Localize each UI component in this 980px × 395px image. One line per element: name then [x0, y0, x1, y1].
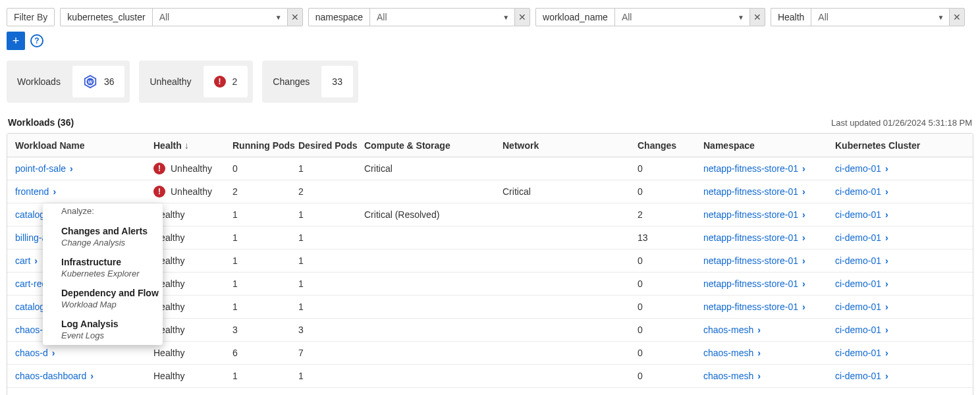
popover-item-title: Dependency and Flow [61, 288, 144, 298]
filter-bar: Filter By kubernetes_clusterAll▼✕namespa… [7, 8, 973, 50]
popover-item-subtitle: Kubernetes Explorer [61, 269, 144, 278]
cluster-link[interactable]: ci-demo-01› [835, 302, 888, 312]
namespace-link[interactable]: netapp-fitness-store-01› [703, 232, 805, 243]
desired-pods: 1 [290, 163, 356, 174]
running-pods: 1 [225, 371, 290, 381]
desired-pods: 2 [290, 186, 356, 197]
page-title: Workloads (36) [8, 117, 74, 128]
desired-pods: 1 [290, 209, 356, 220]
close-icon: ✕ [518, 12, 526, 22]
running-pods: 0 [225, 163, 290, 174]
cluster-link[interactable]: ci-demo-01› [835, 209, 888, 220]
col-namespace[interactable]: Namespace [695, 140, 827, 151]
namespace-link[interactable]: netapp-fitness-store-01› [703, 278, 805, 289]
card-value[interactable]: ! 2 [204, 66, 248, 97]
workload-link[interactable]: chaos-d› [15, 348, 55, 358]
chevron-right-icon: › [757, 371, 761, 381]
cluster-link[interactable]: ci-demo-01› [835, 255, 888, 266]
card-value[interactable]: W 36 [72, 66, 125, 97]
filter-by-label: Filter By [7, 8, 55, 26]
running-pods: 1 [225, 278, 290, 289]
question-icon: ? [34, 36, 39, 45]
running-pods: 3 [225, 325, 290, 335]
col-changes[interactable]: Changes [630, 140, 695, 151]
popover-item-title: Infrastructure [61, 257, 144, 267]
network: Critical [495, 186, 630, 197]
filter-value-text: All [818, 12, 829, 22]
col-health[interactable]: Health↓ [146, 140, 225, 151]
chevron-right-icon: › [757, 325, 761, 334]
popover-item[interactable]: Dependency and FlowWorkload Map [51, 283, 155, 314]
chevron-right-icon: › [90, 371, 94, 381]
table-body: point-of-sale›!Unhealthy01Critical0netap… [7, 157, 973, 395]
chevron-right-icon: › [52, 348, 55, 357]
filter-key: workload_name [535, 8, 614, 26]
popover-item-subtitle: Event Logs [61, 330, 144, 340]
cluster-link[interactable]: ci-demo-01› [835, 278, 888, 289]
filter-clear-button[interactable]: ✕ [514, 8, 530, 26]
filter-clear-button[interactable]: ✕ [287, 8, 303, 26]
popover-item[interactable]: Changes and AlertsChange Analysis [51, 221, 155, 252]
cluster-link[interactable]: ci-demo-01› [835, 371, 888, 381]
popover-item[interactable]: InfrastructureKubernetes Explorer [51, 252, 155, 283]
filter-value-dropdown[interactable]: All▼ [614, 8, 749, 26]
col-network[interactable]: Network [495, 140, 630, 151]
desired-pods: 1 [290, 232, 356, 243]
add-filter-button[interactable]: + [7, 32, 25, 50]
namespace-link[interactable]: netapp-fitness-store-01› [703, 163, 805, 174]
filter-group: kubernetes_clusterAll▼✕ [60, 8, 302, 26]
namespace-link[interactable]: netapp-fitness-store-01› [703, 302, 805, 312]
table-row: chaos-dns-server›Healthy110chaos-mesh›ci… [7, 388, 973, 395]
help-button[interactable]: ? [30, 34, 43, 47]
chevron-right-icon: › [885, 256, 888, 265]
card-unhealthy: Unhealthy ! 2 [139, 61, 253, 103]
health-cell: !Unhealthy [146, 186, 225, 198]
compute-storage: Critical (Resolved) [356, 209, 495, 220]
chevron-right-icon: › [885, 164, 888, 173]
cluster-link[interactable]: ci-demo-01› [835, 325, 888, 335]
chevron-right-icon: › [757, 348, 761, 357]
namespace-link[interactable]: chaos-mesh› [703, 325, 761, 335]
filter-clear-button[interactable]: ✕ [749, 8, 765, 26]
workload-link[interactable]: chaos-dashboard› [15, 371, 94, 381]
col-running-pods[interactable]: Running Pods [225, 140, 290, 151]
filter-clear-button[interactable]: ✕ [949, 8, 965, 26]
card-value[interactable]: 33 [321, 66, 353, 97]
chevron-right-icon: › [885, 187, 888, 196]
popover-item[interactable]: Log AnalysisEvent Logs [51, 314, 155, 345]
namespace-link[interactable]: chaos-mesh› [703, 371, 761, 381]
filter-value-dropdown[interactable]: All▼ [811, 8, 949, 26]
col-kubernetes-cluster[interactable]: Kubernetes Cluster [827, 140, 959, 151]
col-compute-storage[interactable]: Compute & Storage [356, 140, 495, 151]
filter-value-dropdown[interactable]: All▼ [152, 8, 287, 26]
close-icon: ✕ [753, 12, 761, 22]
changes: 0 [630, 325, 695, 335]
filter-group: namespaceAll▼✕ [308, 8, 530, 26]
popover-item-title: Changes and Alerts [61, 226, 144, 236]
chevron-right-icon: › [885, 279, 888, 288]
card-changes: Changes 33 [262, 61, 358, 103]
namespace-link[interactable]: netapp-fitness-store-01› [703, 186, 805, 197]
namespace-link[interactable]: netapp-fitness-store-01› [703, 209, 805, 220]
col-desired-pods[interactable]: Desired Pods [290, 140, 356, 151]
namespace-link[interactable]: netapp-fitness-store-01› [703, 255, 805, 266]
cluster-link[interactable]: ci-demo-01› [835, 348, 888, 358]
filter-value-dropdown[interactable]: All▼ [369, 8, 514, 26]
chevron-right-icon: › [34, 256, 38, 265]
changes: 0 [630, 348, 695, 358]
cluster-link[interactable]: ci-demo-01› [835, 232, 888, 243]
col-workload-name[interactable]: Workload Name [7, 140, 146, 151]
sort-arrow-down-icon: ↓ [184, 140, 189, 151]
workload-link[interactable]: frontend› [15, 186, 56, 197]
running-pods: 1 [225, 232, 290, 243]
workload-link[interactable]: cart› [15, 255, 38, 266]
table-row: frontend›!Unhealthy22Critical0netapp-fit… [7, 180, 973, 203]
namespace-link[interactable]: chaos-mesh› [703, 348, 761, 358]
changes: 0 [630, 163, 695, 174]
workload-link[interactable]: point-of-sale› [15, 163, 73, 174]
cluster-link[interactable]: ci-demo-01› [835, 186, 888, 197]
alert-icon: ! [214, 76, 226, 88]
cluster-link[interactable]: ci-demo-01› [835, 163, 888, 174]
popover-header: Analyze: [51, 203, 155, 221]
table-row: point-of-sale›!Unhealthy01Critical0netap… [7, 157, 973, 180]
